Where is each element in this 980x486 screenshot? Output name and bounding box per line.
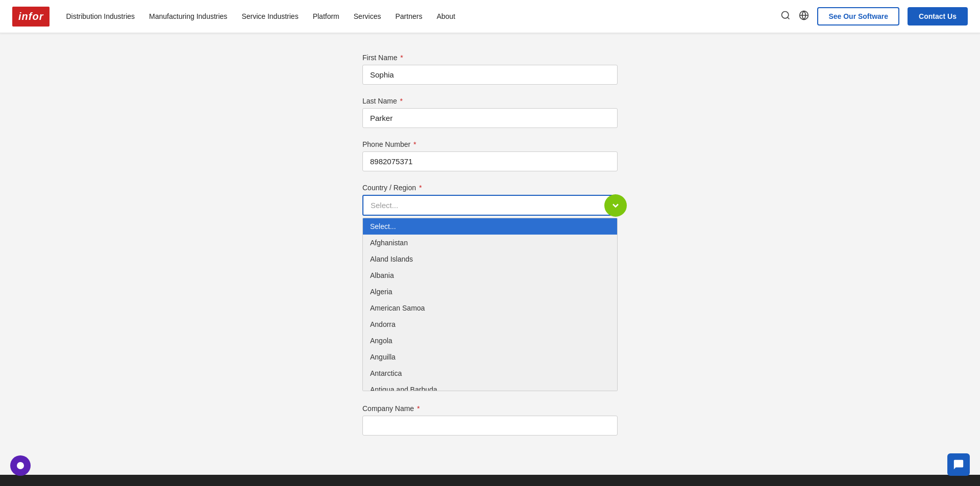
form-container: First Name * Last Name * Phone Number * … bbox=[362, 54, 618, 448]
nav-manufacturing-industries[interactable]: Manufacturing Industries bbox=[149, 12, 227, 20]
globe-icon[interactable] bbox=[799, 10, 809, 23]
notification-dot bbox=[17, 462, 24, 469]
phone-number-label: Phone Number * bbox=[362, 140, 618, 148]
country-region-label: Country / Region * bbox=[362, 184, 618, 192]
svg-line-1 bbox=[788, 17, 790, 19]
search-icon[interactable] bbox=[780, 10, 791, 23]
footer-bar bbox=[0, 475, 980, 486]
chat-widget-button[interactable] bbox=[947, 453, 970, 476]
country-placeholder: Select... bbox=[371, 201, 398, 210]
dropdown-arrow-button[interactable] bbox=[604, 194, 627, 217]
dropdown-item[interactable]: Anguilla bbox=[363, 349, 617, 365]
dropdown-item[interactable]: Antarctica bbox=[363, 365, 617, 381]
dropdown-item[interactable]: Angola bbox=[363, 332, 617, 349]
see-software-button[interactable]: See Our Software bbox=[817, 7, 899, 25]
phone-number-group: Phone Number * bbox=[362, 140, 618, 171]
main-content: First Name * Last Name * Phone Number * … bbox=[0, 33, 980, 486]
dropdown-item[interactable]: Albania bbox=[363, 267, 617, 284]
last-name-group: Last Name * bbox=[362, 97, 618, 128]
country-dropdown-list: Select...AfghanistanAland IslandsAlbania… bbox=[362, 218, 618, 391]
nav-services[interactable]: Services bbox=[354, 12, 381, 20]
first-name-input[interactable] bbox=[362, 65, 618, 85]
nav-service-industries[interactable]: Service Industries bbox=[241, 12, 298, 20]
dropdown-item[interactable]: American Samoa bbox=[363, 300, 617, 316]
dropdown-item[interactable]: Andorra bbox=[363, 316, 617, 332]
last-name-label: Last Name * bbox=[362, 97, 618, 105]
contact-us-button[interactable]: Contact Us bbox=[908, 7, 968, 25]
dropdown-item[interactable]: Aland Islands bbox=[363, 251, 617, 267]
notification-circle[interactable] bbox=[10, 455, 31, 476]
navbar: infor Distribution Industries Manufactur… bbox=[0, 0, 980, 33]
nav-platform[interactable]: Platform bbox=[313, 12, 339, 20]
company-name-group: Company Name * bbox=[362, 404, 618, 436]
first-name-group: First Name * bbox=[362, 54, 618, 85]
dropdown-item[interactable]: Antigua and Barbuda bbox=[363, 381, 617, 391]
dropdown-item[interactable]: Afghanistan bbox=[363, 235, 617, 251]
last-name-input[interactable] bbox=[362, 108, 618, 128]
nav-partners[interactable]: Partners bbox=[395, 12, 422, 20]
company-name-input[interactable] bbox=[362, 416, 618, 436]
country-region-group: Country / Region * Select... Select...Af… bbox=[362, 184, 618, 216]
nav-menu: Distribution Industries Manufacturing In… bbox=[66, 12, 780, 20]
country-select-wrapper: Select... Select...AfghanistanAland Isla… bbox=[362, 195, 618, 216]
country-select-input[interactable]: Select... bbox=[362, 195, 618, 216]
logo[interactable]: infor bbox=[12, 7, 50, 27]
navbar-actions: See Our Software Contact Us bbox=[780, 7, 968, 25]
dropdown-item[interactable]: Algeria bbox=[363, 284, 617, 300]
phone-number-input[interactable] bbox=[362, 151, 618, 171]
company-name-label: Company Name * bbox=[362, 404, 618, 413]
nav-about[interactable]: About bbox=[436, 12, 455, 20]
dropdown-item[interactable]: Select... bbox=[363, 218, 617, 235]
svg-point-0 bbox=[782, 11, 789, 18]
first-name-label: First Name * bbox=[362, 54, 618, 62]
nav-distribution-industries[interactable]: Distribution Industries bbox=[66, 12, 135, 20]
logo-text: infor bbox=[12, 7, 50, 27]
